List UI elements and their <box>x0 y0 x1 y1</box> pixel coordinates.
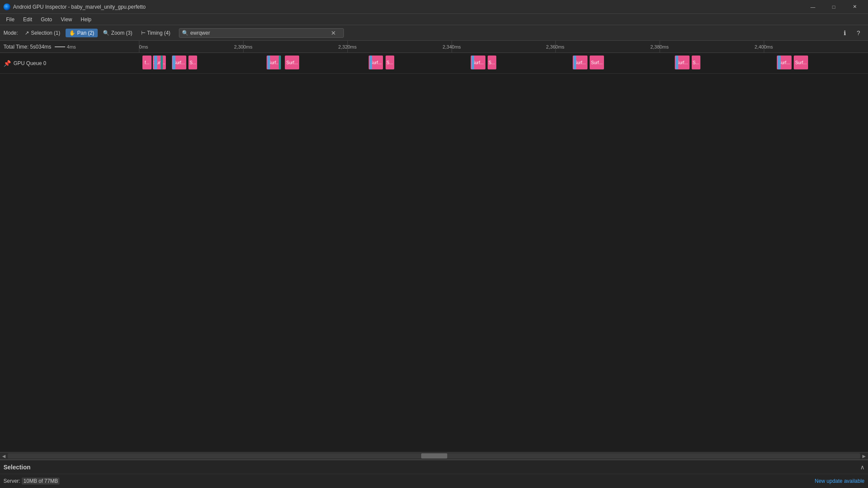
menu-file[interactable]: File <box>2 15 19 24</box>
help-icon: ? <box>857 29 860 36</box>
gpu-queue-row: 📌 GPU Queue 0 f...Surf...Surf...S...Surf… <box>0 53 868 74</box>
bottom-panel: Selection ∧ Server: 10MB of 77MB New upd… <box>0 460 868 488</box>
title-bar: Android GPU Inspector - baby_marvel_unit… <box>0 0 868 14</box>
menu-view[interactable]: View <box>56 15 76 24</box>
menu-goto[interactable]: Goto <box>36 15 56 24</box>
menu-help[interactable]: Help <box>76 15 96 24</box>
track-block[interactable]: S... <box>188 56 197 69</box>
scroll-right-button[interactable]: ▶ <box>860 453 868 459</box>
info-button[interactable]: ℹ <box>838 27 851 39</box>
server-label: Server: <box>3 478 20 484</box>
track-block[interactable] <box>574 56 577 69</box>
menu-edit[interactable]: Edit <box>19 15 36 24</box>
gpu-queue-tracks[interactable]: f...Surf...Surf...S...Surf...Surf...Surf… <box>139 53 868 73</box>
scrollbar-thumb[interactable] <box>421 453 447 459</box>
track-block[interactable] <box>161 56 163 69</box>
selection-icon: ↗ <box>25 30 29 36</box>
empty-area <box>0 74 868 452</box>
selection-title: Selection <box>3 464 30 471</box>
tick-label: 2,300ms <box>234 44 252 49</box>
mode-timing-button[interactable]: ⊢ Timing (4) <box>138 29 174 37</box>
maximize-button[interactable]: □ <box>824 0 844 14</box>
minimize-button[interactable]: — <box>803 0 823 14</box>
track-block[interactable] <box>472 56 475 69</box>
mode-label: Mode: <box>3 30 18 36</box>
mode-zoom-button[interactable]: 🔍 Zoom (3) <box>99 29 136 37</box>
track-block[interactable]: S... <box>386 56 394 69</box>
update-link[interactable]: New update available <box>815 478 865 484</box>
tick-label: 2,320ms <box>338 44 356 49</box>
collapse-button[interactable]: ∧ <box>860 464 865 471</box>
mode-pan-button[interactable]: ✋ Pan (2) <box>66 29 98 37</box>
track-block[interactable] <box>370 56 373 69</box>
pan-icon: ✋ <box>69 30 76 36</box>
track-block[interactable]: Surf... <box>285 56 300 69</box>
help-button[interactable]: ? <box>852 27 865 39</box>
track-block[interactable] <box>778 56 781 69</box>
gpu-queue-label: 📌 GPU Queue 0 <box>0 60 139 67</box>
server-value: 10MB of 77MB <box>22 478 59 485</box>
bottom-panel-header: Selection ∧ <box>0 460 868 474</box>
scrollbar-area: ◀ ▶ <box>0 452 868 460</box>
search-clear-button[interactable]: ✕ <box>331 29 336 36</box>
scale-indicator: 4ms <box>55 44 76 49</box>
bottom-panel-content: Server: 10MB of 77MB New update availabl… <box>0 474 868 488</box>
info-icon: ℹ <box>844 29 846 36</box>
scale-bar-line <box>55 46 65 47</box>
total-time-area: Total Time: 5s034ms 4ms <box>0 44 139 50</box>
mode-selection-button[interactable]: ↗ Selection (1) <box>21 29 63 37</box>
server-info: Server: 10MB of 77MB <box>3 478 59 484</box>
track-block[interactable] <box>172 56 175 69</box>
track-block[interactable] <box>676 56 679 69</box>
tick-label: 2,340ms <box>442 44 461 49</box>
search-wrapper: 🔍 ✕ <box>179 28 344 38</box>
app-icon <box>3 3 10 10</box>
scroll-left-button[interactable]: ◀ <box>0 453 8 459</box>
track-block[interactable]: Surf... <box>794 56 809 69</box>
toolbar: Mode: ↗ Selection (1) ✋ Pan (2) 🔍 Zoom (… <box>0 25 868 41</box>
timeline-ticks: 2,280ms2,300ms2,320ms2,340ms2,360ms2,380… <box>139 41 868 52</box>
track-block[interactable]: f... <box>142 56 151 69</box>
search-icon: 🔍 <box>182 30 188 36</box>
search-input[interactable] <box>190 30 329 36</box>
window-controls: — □ ✕ <box>803 0 865 14</box>
timing-icon: ⊢ <box>141 30 145 36</box>
track-block[interactable] <box>279 56 281 69</box>
window-title: Android GPU Inspector - baby_marvel_unit… <box>13 4 803 10</box>
pin-icon: 📌 <box>3 60 11 67</box>
zoom-icon: 🔍 <box>103 30 109 36</box>
scrollbar-track[interactable] <box>8 453 860 459</box>
tick-label: 2,380ms <box>650 44 669 49</box>
main-content: 📌 GPU Queue 0 f...Surf...Surf...S...Surf… <box>0 53 868 452</box>
track-block[interactable]: Surf... <box>590 56 604 69</box>
track-block[interactable] <box>267 56 271 69</box>
total-time-label: Total Time: 5s034ms <box>3 44 51 50</box>
tick-label: 2,400ms <box>755 44 773 49</box>
menu-bar: File Edit Goto View Help <box>0 14 868 25</box>
tick-label: 2,280ms <box>139 44 148 49</box>
track-block[interactable] <box>154 56 157 69</box>
close-button[interactable]: ✕ <box>845 0 865 14</box>
tick-label: 2,360ms <box>546 44 564 49</box>
timeline-header: Total Time: 5s034ms 4ms 2,280ms2,300ms2,… <box>0 41 868 53</box>
track-block[interactable]: S... <box>488 56 496 69</box>
track-block[interactable]: S... <box>692 56 700 69</box>
